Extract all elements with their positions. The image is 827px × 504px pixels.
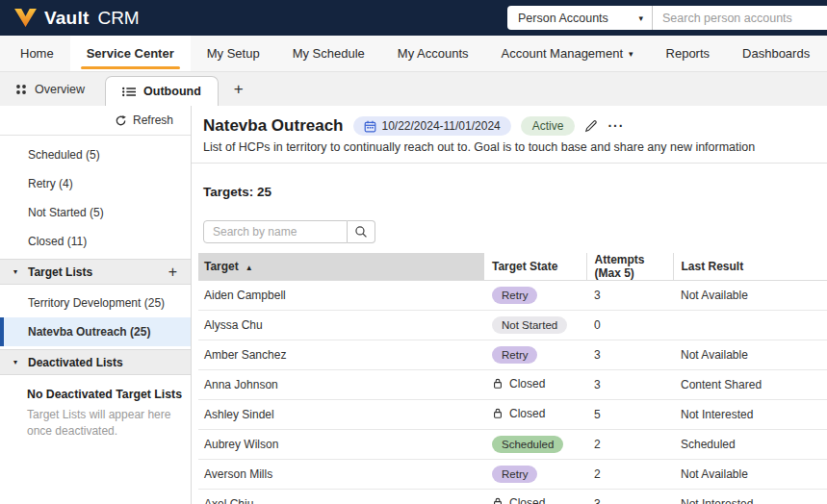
global-search: Person Accounts ▾ (507, 6, 827, 30)
sidebar-item-retry-4[interactable]: Retry (4) (0, 169, 191, 198)
tab-overview-label: Overview (35, 83, 85, 96)
target-name-cell: Anna Johnson (198, 370, 484, 400)
nav-item-my-accounts[interactable]: My Accounts (381, 36, 485, 71)
attempts-cell: 3 (586, 370, 673, 400)
add-target-list-button[interactable]: + (168, 265, 177, 280)
search-by-name-input[interactable] (203, 220, 348, 243)
sidebar-item-not-started-5[interactable]: Not Started (5) (0, 198, 191, 227)
chevron-down-icon: ▾ (629, 49, 633, 59)
status-filter-list: Scheduled (5)Retry (4)Not Started (5)Clo… (0, 136, 191, 259)
deactivated-lists-section-header[interactable]: ▾ Deactivated Lists (0, 349, 191, 375)
search-icon (354, 225, 368, 239)
tab-outbound[interactable]: Outbound (105, 76, 219, 106)
target-name-cell: Aiden Campbell (198, 281, 484, 311)
main-nav: HomeService CenterMy SetupMy ScheduleMy … (0, 36, 827, 72)
nav-item-my-schedule[interactable]: My Schedule (276, 36, 381, 71)
targets-table-body: Aiden CampbellRetry3Not AvailableAlyssa … (198, 281, 827, 504)
state-badge: Scheduled (492, 436, 563, 453)
table-row[interactable]: Aubrey WilsonScheduled2Scheduled (198, 430, 827, 460)
column-header-last-result[interactable]: Last Result (673, 253, 827, 281)
target-state-cell: Closed (484, 370, 586, 400)
last-result-cell: Not Interested (673, 490, 827, 504)
last-result-cell: Content Shared (673, 370, 827, 400)
list-description: List of HCPs in territory to continually… (203, 140, 815, 154)
attempts-cell: 0 (586, 311, 673, 340)
date-range-badge: 10/22/2024-11/01/2024 (353, 116, 511, 136)
sidebar-item-territory-development-25[interactable]: Territory Development (25) (0, 289, 191, 317)
nav-item-service-center[interactable]: Service Center (70, 36, 191, 71)
nav-item-reports[interactable]: Reports (650, 36, 727, 71)
target-state-cell: Retry (484, 340, 586, 370)
target-name-cell: Amber Sanchez (198, 340, 484, 370)
attempts-cell: 3 (586, 490, 673, 504)
target-name-cell: Axel Chiu (198, 490, 484, 504)
pencil-icon (584, 119, 598, 133)
sidebar-item-scheduled-5[interactable]: Scheduled (5) (0, 140, 191, 169)
global-search-input[interactable] (653, 6, 827, 30)
account-type-selector[interactable]: Person Accounts ▾ (507, 6, 652, 30)
new-tab-button[interactable]: + (219, 72, 259, 106)
nav-item-home[interactable]: Home (4, 36, 70, 71)
table-row[interactable]: Amber SanchezRetry3Not Available (198, 340, 827, 370)
date-range-label: 10/22/2024-11/01/2024 (382, 119, 501, 133)
last-result-cell: Not Available (673, 460, 827, 490)
nav-item-dashboards[interactable]: Dashboards (726, 36, 826, 71)
nav-item-account-management[interactable]: Account Management▾ (485, 36, 650, 71)
attempts-cell: 2 (586, 430, 673, 460)
attempts-cell: 2 (586, 460, 673, 490)
target-lists: Territory Development (25)Natevba Outrea… (0, 285, 191, 349)
table-row[interactable]: Averson MillsRetry2Not Available (198, 460, 827, 490)
attempts-cell: 3 (586, 340, 673, 370)
collapse-triangle-icon: ▾ (13, 358, 28, 366)
last-result-cell: Not Interested (673, 400, 827, 430)
deactivated-empty-state: No Deactivated Target Lists Target Lists… (0, 375, 191, 441)
state-closed: Closed (492, 377, 545, 391)
content: Refresh Scheduled (5)Retry (4)Not Starte… (0, 106, 827, 504)
grid-icon (15, 84, 27, 95)
column-header-target-state[interactable]: Target State (484, 253, 586, 281)
last-result-cell: Not Available (673, 281, 827, 311)
tab-overview[interactable]: Overview (13, 72, 99, 106)
search-button[interactable] (348, 220, 375, 243)
brand-vault: Vault (44, 8, 89, 29)
header-divider (192, 163, 827, 164)
targets-table: Target▲ Target State Attempts (Max 5) La… (198, 253, 827, 504)
target-state-cell: Retry (484, 281, 586, 311)
nav-item-my-setup[interactable]: My Setup (191, 36, 276, 71)
table-row[interactable]: Ashley SindelClosed5Not Interested (198, 400, 827, 430)
targets-count-label: Targets: 25 (203, 185, 815, 199)
refresh-button[interactable]: Refresh (0, 106, 191, 136)
lock-icon (492, 496, 504, 504)
sort-ascending-icon: ▲ (246, 264, 253, 272)
lock-icon (492, 377, 504, 390)
column-header-attempts[interactable]: Attempts (Max 5) (586, 253, 673, 281)
target-lists-section-header[interactable]: ▾ Target Lists + (0, 259, 191, 285)
last-result-cell (673, 311, 827, 340)
column-header-target[interactable]: Target▲ (198, 253, 484, 281)
table-row[interactable]: Anna JohnsonClosed3Content Shared (198, 370, 827, 400)
table-row[interactable]: Aiden CampbellRetry3Not Available (198, 281, 827, 311)
refresh-label: Refresh (133, 113, 173, 127)
target-state-cell: Scheduled (484, 430, 586, 460)
sidebar-item-closed-11[interactable]: Closed (11) (0, 227, 191, 256)
vault-crm-logo[interactable]: VaultCRM (13, 8, 140, 29)
calendar-icon (364, 120, 376, 133)
list-icon (122, 87, 136, 97)
target-state-cell: Closed (484, 400, 586, 430)
table-row[interactable]: Alyssa ChuNot Started0 (198, 311, 827, 340)
empty-state-text: Target Lists will appear here once deact… (27, 407, 181, 441)
empty-state-title: No Deactivated Target Lists (27, 388, 181, 401)
brand-crm: CRM (97, 8, 139, 29)
table-header-row: Target▲ Target State Attempts (Max 5) La… (198, 253, 827, 281)
sidebar-item-natevba-outreach-25[interactable]: Natevba Outreach (25) (0, 317, 191, 346)
state-badge: Not Started (492, 316, 567, 334)
tab-bar: Overview Outbound + (0, 72, 827, 106)
table-row[interactable]: Axel ChiuClosed3Not Interested (198, 490, 827, 504)
target-state-cell: Closed (484, 490, 586, 504)
attempts-cell: 5 (586, 400, 673, 430)
refresh-icon (115, 114, 127, 127)
more-actions-button[interactable]: ··· (607, 118, 624, 134)
edit-button[interactable] (584, 119, 598, 133)
state-badge: Retry (492, 287, 537, 304)
sidebar: Refresh Scheduled (5)Retry (4)Not Starte… (0, 106, 192, 504)
